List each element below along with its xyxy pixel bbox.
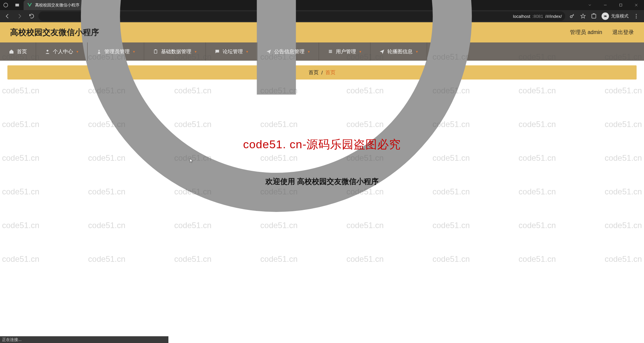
incognito-label: 无痕模式: [611, 13, 629, 19]
app-title: 高校校园交友微信小程序: [10, 27, 99, 38]
send-icon: [379, 49, 385, 54]
chevron-down-icon: ▾: [308, 50, 310, 54]
chevron-down-icon: ▾: [246, 50, 248, 54]
svg-point-14: [46, 50, 48, 52]
menu-label: 管理员管理: [104, 49, 130, 55]
svg-rect-1: [15, 4, 19, 6]
app-icon: [0, 0, 11, 10]
menu-home[interactable]: 首页: [0, 42, 36, 61]
menu-carousel[interactable]: 轮播图信息▾: [371, 42, 427, 61]
home-icon: [9, 49, 14, 54]
menu-users[interactable]: 用户管理▾: [319, 42, 371, 61]
clipboard-icon: [153, 49, 158, 54]
breadcrumb-root[interactable]: 首页: [309, 69, 319, 76]
key-icon[interactable]: [569, 13, 575, 19]
svg-rect-19: [329, 51, 332, 52]
chevron-down-icon: ▾: [76, 50, 78, 54]
kebab-menu-icon[interactable]: [633, 13, 639, 19]
svg-point-11: [636, 14, 637, 15]
maximize-button[interactable]: [613, 0, 629, 10]
minimize-button[interactable]: [598, 0, 613, 10]
forward-button[interactable]: [14, 11, 25, 22]
menu-label: 基础数据管理: [161, 49, 191, 55]
menu-label: 个人中心: [53, 49, 73, 55]
menu-label: 首页: [17, 49, 27, 55]
svg-point-12: [636, 16, 637, 17]
svg-rect-20: [329, 52, 332, 53]
url-path: /#/index/: [545, 14, 562, 19]
back-button[interactable]: [2, 11, 13, 22]
vue-favicon-icon: [27, 2, 32, 8]
incognito-indicator[interactable]: 无痕模式: [602, 12, 629, 20]
close-window-button[interactable]: [629, 0, 644, 10]
svg-rect-18: [329, 50, 332, 51]
menu-label: 论坛管理: [223, 49, 243, 55]
incognito-icon: [602, 12, 609, 20]
info-icon: [42, 0, 511, 251]
chat-icon: [215, 49, 220, 54]
svg-point-9: [604, 17, 605, 17]
chevron-down-icon: ▾: [416, 50, 418, 54]
svg-point-13: [636, 18, 637, 19]
menu-basedata[interactable]: 基础数据管理▾: [144, 42, 206, 61]
reload-button[interactable]: [26, 11, 37, 22]
admin-label[interactable]: 管理员 admin: [570, 29, 602, 36]
svg-rect-2: [620, 4, 622, 6]
extensions-icon[interactable]: [591, 13, 597, 19]
menu-forum[interactable]: 论坛管理▾: [206, 42, 257, 61]
menu-label: 公告信息管理: [274, 49, 304, 55]
menu-label: 轮播图信息: [387, 49, 413, 55]
address-bar[interactable]: localhost:8081/#/index/: [38, 11, 565, 21]
bookmark-star-icon[interactable]: [580, 13, 586, 19]
breadcrumb-current: 首页: [325, 69, 335, 76]
svg-point-10: [606, 17, 606, 17]
browser-status-bar: 正在连接...: [0, 336, 168, 343]
browser-toolbar: localhost:8081/#/index/ 无痕模式: [0, 10, 644, 22]
send-icon: [266, 49, 271, 54]
menu-admin[interactable]: 管理员管理▾: [88, 42, 144, 61]
svg-rect-7: [592, 14, 596, 18]
logout-link[interactable]: 退出登录: [612, 29, 634, 36]
url-host: localhost: [513, 14, 530, 19]
main-menu: 首页 个人中心▾ 管理员管理▾ 基础数据管理▾ 论坛管理▾ 公告信息管理▾ 用户…: [0, 42, 644, 61]
caret-down-icon[interactable]: [582, 0, 598, 10]
svg-rect-16: [154, 50, 157, 54]
list-icon: [328, 49, 333, 54]
menu-label: 用户管理: [336, 49, 356, 55]
chevron-down-icon: ▾: [195, 50, 197, 54]
chevron-down-icon: ▾: [133, 50, 135, 54]
breadcrumb-separator: /: [321, 70, 323, 75]
chevron-down-icon: ▾: [359, 50, 361, 54]
svg-rect-8: [593, 13, 595, 14]
svg-point-0: [4, 3, 8, 7]
url-port: :8081: [532, 14, 543, 19]
window-icon: [11, 0, 23, 10]
svg-point-15: [98, 50, 100, 51]
user-icon: [45, 49, 50, 54]
menu-notice[interactable]: 公告信息管理▾: [257, 42, 319, 61]
user-tie-icon: [96, 49, 102, 54]
svg-point-6: [570, 16, 572, 18]
menu-profile[interactable]: 个人中心▾: [36, 42, 88, 61]
svg-rect-17: [155, 49, 156, 50]
